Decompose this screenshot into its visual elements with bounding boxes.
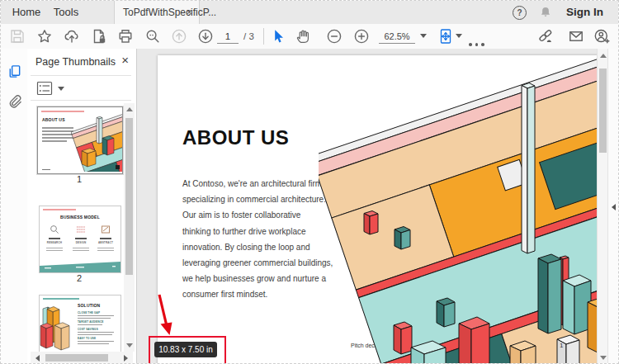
next-page-icon[interactable] [197, 28, 214, 45]
document-vertical-scrollbar[interactable] [597, 49, 608, 364]
select-tool-icon[interactable] [270, 28, 286, 45]
mini-col-design: DESIGN [69, 241, 92, 244]
mini-sec-3: COST SAVINGS [78, 328, 98, 331]
print-icon[interactable] [117, 28, 134, 45]
tab-bar: Home Tools ToPdfWithSpecificP... × ? Sig… [1, 1, 619, 25]
panel-close-icon[interactable]: × [121, 53, 129, 67]
thumbnail-options-button[interactable] [36, 81, 64, 96]
fit-page-icon[interactable] [437, 28, 454, 45]
panel-scroll-left-icon[interactable] [35, 355, 40, 362]
mini-col-research: RESEARCH [43, 241, 66, 244]
mini-sec-4: EASY TO USE [78, 337, 96, 340]
page-heading: ABOUT US [182, 126, 289, 149]
mini-teal-band [40, 261, 120, 272]
fit-dropdown-caret-icon[interactable] [456, 34, 462, 38]
panel-scroll-thumb[interactable] [125, 118, 133, 275]
share-link-icon[interactable] [537, 28, 554, 45]
thumbnail-page-2[interactable]: BUSINESS MODEL RESEARCH DESIGN ABSTRACT [39, 206, 121, 273]
mini-abstract-icon [101, 225, 111, 234]
zoom-level-value[interactable]: 62.5% [379, 30, 415, 44]
thumbnail-page-3[interactable]: SOLUTION CLOSE THE GAP TARGET AUDIENCE C… [39, 295, 121, 352]
zoom-dropdown-caret-icon[interactable] [420, 34, 427, 38]
panel-title: Page Thumbnails [35, 56, 116, 68]
zoom-out-icon[interactable] [326, 28, 343, 45]
export-pdf-lock-icon[interactable] [91, 28, 107, 45]
mini-heading-3: SOLUTION [78, 303, 100, 308]
mini-sec-1: CLOSE THE GAP [78, 311, 100, 314]
pdf-page: ABOUT US At Contoso, we're an architectu… [158, 55, 607, 364]
page-total-label: / 3 [243, 31, 254, 41]
panel-scroll-down-icon[interactable] [126, 343, 133, 347]
notifications-bell-icon[interactable] [538, 5, 553, 20]
zoom-in-icon[interactable] [353, 28, 370, 45]
mini-sec-2: TARGET AUDIENCE [78, 320, 104, 324]
thumbnail-1-number: 1 [37, 174, 121, 184]
tab-document[interactable]: ToPdfWithSpecificP... × [114, 1, 200, 24]
document-area: ABOUT US At Contoso, we're an architectu… [137, 49, 619, 364]
page-thumbnails-rail-icon[interactable] [7, 64, 22, 79]
tab-document-label: ToPdfWithSpecificP... [123, 7, 216, 18]
tab-home[interactable]: Home [7, 1, 45, 24]
save-icon[interactable] [9, 28, 26, 45]
email-icon[interactable] [568, 28, 584, 45]
panel-vertical-scrollbar[interactable] [124, 103, 135, 352]
panel-scroll-right-icon[interactable] [124, 355, 128, 362]
toolbar-separator [263, 28, 264, 45]
share-people-icon[interactable] [593, 28, 610, 45]
toolbar: 1 / 3 62.5% [1, 24, 619, 50]
isometric-illustration [319, 55, 607, 364]
search-icon[interactable] [144, 28, 161, 45]
panel-hscroll-thumb[interactable] [45, 354, 108, 362]
acrobat-window: Home Tools ToPdfWithSpecificP... × ? Sig… [0, 0, 619, 364]
more-tools-icon[interactable] [469, 35, 489, 38]
close-tab-icon[interactable]: × [186, 1, 192, 23]
page-thumbnails-panel: Page Thumbnails × ABOUT US [27, 49, 137, 364]
annotation-highlight-box [149, 336, 226, 364]
doc-scroll-up-icon[interactable] [600, 54, 607, 58]
tab-tools[interactable]: Tools [47, 1, 85, 24]
mini-research-icon [50, 225, 59, 234]
panel-horizontal-scrollbar[interactable] [31, 352, 133, 364]
thumbnail-2-number: 2 [37, 273, 121, 283]
mini-heading-1: ABOUT US [42, 117, 65, 122]
navigation-rail [1, 49, 28, 364]
page-number-footer: 1 [560, 342, 563, 349]
previous-page-icon[interactable] [171, 28, 187, 45]
expand-tools-pane-icon[interactable] [612, 204, 616, 210]
star-favorite-icon[interactable] [36, 28, 53, 45]
panel-divider2 [31, 100, 131, 101]
sign-in-button[interactable]: Sign In [566, 1, 603, 24]
thumbnail-page-1[interactable]: ABOUT US [37, 106, 123, 174]
annotation-arrow-icon [154, 293, 178, 338]
hand-tool-icon[interactable] [295, 28, 311, 45]
mini-design-icon [76, 225, 86, 234]
mini-col-abstract: ABSTRACT [94, 241, 117, 244]
mini-heading-2: BUSINESS MODEL [40, 215, 120, 220]
mini-illustration-1 [71, 107, 122, 172]
mini-illustration-3 [40, 300, 74, 352]
right-tools-strip [607, 49, 619, 364]
doc-scroll-thumb[interactable] [599, 69, 607, 153]
panel-divider [31, 75, 131, 76]
upload-cloud-icon[interactable] [64, 28, 80, 45]
help-icon[interactable]: ? [513, 6, 527, 20]
doc-scroll-down-icon[interactable] [600, 356, 607, 360]
page-number-input[interactable]: 1 [217, 30, 239, 44]
options-caret-icon [58, 87, 64, 91]
panel-scroll-up-icon[interactable] [126, 107, 133, 111]
attachments-paperclip-icon[interactable] [7, 93, 22, 109]
